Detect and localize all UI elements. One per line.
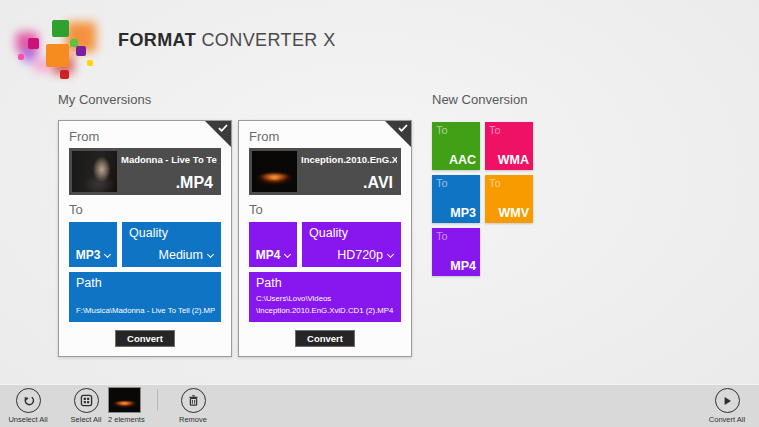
logo-square-red bbox=[60, 70, 69, 79]
logo-square-green bbox=[52, 20, 69, 37]
selected-elements-item[interactable]: 2 elements bbox=[108, 387, 141, 424]
chevron-down-icon bbox=[104, 251, 111, 258]
quality-dropdown[interactable]: Quality Medium bbox=[122, 222, 221, 267]
app-title-rest: CONVERTER X bbox=[196, 30, 336, 50]
logo-square-orange bbox=[46, 44, 69, 67]
chevron-down-icon bbox=[387, 251, 394, 258]
format-dropdown[interactable]: MP4 bbox=[249, 222, 297, 267]
unselect-all-label: Unselect All bbox=[0, 415, 56, 424]
tile-mp4[interactable]: To MP4 bbox=[432, 228, 480, 276]
elements-count-label: 2 elements bbox=[108, 415, 141, 424]
chevron-down-icon bbox=[207, 251, 214, 258]
tile-format-label: AAC bbox=[449, 153, 476, 167]
format-dropdown[interactable]: MP3 bbox=[69, 222, 117, 267]
trash-icon bbox=[187, 394, 200, 407]
source-media-box: Madonna - Live To Tell .MP4 bbox=[69, 148, 221, 195]
from-label: From bbox=[69, 129, 221, 144]
convert-all-button[interactable]: Convert All bbox=[699, 388, 755, 424]
undo-arrow-icon bbox=[22, 394, 35, 407]
tile-format-label: MP4 bbox=[450, 259, 476, 273]
tile-to-label: To bbox=[489, 124, 501, 136]
tile-wmv[interactable]: To WMV bbox=[485, 175, 533, 223]
tile-format-label: WMA bbox=[498, 153, 529, 167]
convert-button[interactable]: Convert bbox=[295, 330, 355, 347]
path-value: C:\Users\Lovo\Videos \Inception.2010.EnG… bbox=[256, 293, 395, 316]
tile-mp3[interactable]: To MP3 bbox=[432, 175, 480, 223]
tile-aac[interactable]: To AAC bbox=[432, 122, 480, 170]
tile-to-label: To bbox=[436, 124, 448, 136]
video-thumbnail bbox=[72, 151, 117, 192]
select-all-label: Select All bbox=[58, 415, 114, 424]
source-media-box: Inception.2010.EnG.XviD.CD1 .AVI bbox=[249, 148, 401, 195]
app-title-bold: FORMAT bbox=[118, 30, 196, 50]
logo-square-smallpink bbox=[18, 54, 24, 60]
unselect-all-button[interactable]: Unselect All bbox=[0, 388, 56, 424]
section-my-conversions: My Conversions bbox=[58, 92, 151, 107]
path-field[interactable]: Path C:\Users\Lovo\Videos \Inception.201… bbox=[249, 272, 401, 322]
path-value: F:\Musica\Madonna - Live To Tell (2).MP3 bbox=[76, 305, 215, 316]
source-extension: .MP4 bbox=[176, 174, 213, 192]
check-icon bbox=[217, 122, 229, 134]
tile-wma[interactable]: To WMA bbox=[485, 122, 533, 170]
path-field[interactable]: Path F:\Musica\Madonna - Live To Tell (2… bbox=[69, 272, 221, 322]
logo-square-yellow bbox=[87, 60, 93, 66]
app-bar: Unselect All Select All 2 elements bbox=[0, 384, 759, 427]
appbar-divider bbox=[157, 389, 158, 411]
play-icon bbox=[721, 395, 733, 407]
tile-to-label: To bbox=[436, 230, 448, 242]
tile-to-label: To bbox=[436, 177, 448, 189]
remove-label: Remove bbox=[165, 415, 221, 424]
remove-button[interactable]: Remove bbox=[165, 388, 221, 424]
logo-square-magenta bbox=[28, 38, 39, 49]
select-all-button[interactable]: Select All bbox=[58, 388, 114, 424]
quality-value: HD720p bbox=[337, 248, 393, 262]
section-new-conversion: New Conversion bbox=[432, 92, 527, 107]
tile-to-label: To bbox=[489, 177, 501, 189]
quality-label: Quality bbox=[309, 226, 348, 240]
source-extension: .AVI bbox=[363, 174, 393, 192]
path-label: Path bbox=[256, 276, 282, 290]
to-label: To bbox=[249, 202, 401, 217]
selected-elements-thumbnail bbox=[108, 387, 141, 413]
convert-button[interactable]: Convert bbox=[115, 330, 175, 347]
check-icon bbox=[397, 122, 409, 134]
video-thumbnail bbox=[252, 151, 297, 192]
quality-dropdown[interactable]: Quality HD720p bbox=[302, 222, 401, 267]
source-file-title: Inception.2010.EnG.XviD.CD1 bbox=[301, 154, 397, 165]
conversion-card[interactable]: From Inception.2010.EnG.XviD.CD1 .AVI To… bbox=[238, 120, 412, 357]
format-value: MP3 bbox=[76, 248, 111, 262]
grid-select-icon bbox=[80, 394, 93, 407]
tile-format-label: WMV bbox=[498, 206, 529, 220]
app-logo bbox=[14, 14, 110, 80]
convert-all-label: Convert All bbox=[699, 415, 755, 424]
source-file-title: Madonna - Live To Tell bbox=[121, 154, 217, 165]
to-label: To bbox=[69, 202, 221, 217]
tile-format-label: MP3 bbox=[450, 206, 476, 220]
path-label: Path bbox=[76, 276, 102, 290]
new-conversion-tiles: To AAC To WMA To MP3 To WMV To MP4 bbox=[432, 122, 534, 276]
app-title: FORMAT CONVERTER X bbox=[118, 30, 336, 51]
logo-square-purple bbox=[76, 46, 86, 56]
conversion-card[interactable]: From Madonna - Live To Tell .MP4 To MP3 … bbox=[58, 120, 232, 357]
chevron-down-icon bbox=[284, 251, 291, 258]
from-label: From bbox=[249, 129, 401, 144]
quality-value: Medium bbox=[159, 248, 213, 262]
quality-label: Quality bbox=[129, 226, 168, 240]
format-value: MP4 bbox=[256, 248, 291, 262]
